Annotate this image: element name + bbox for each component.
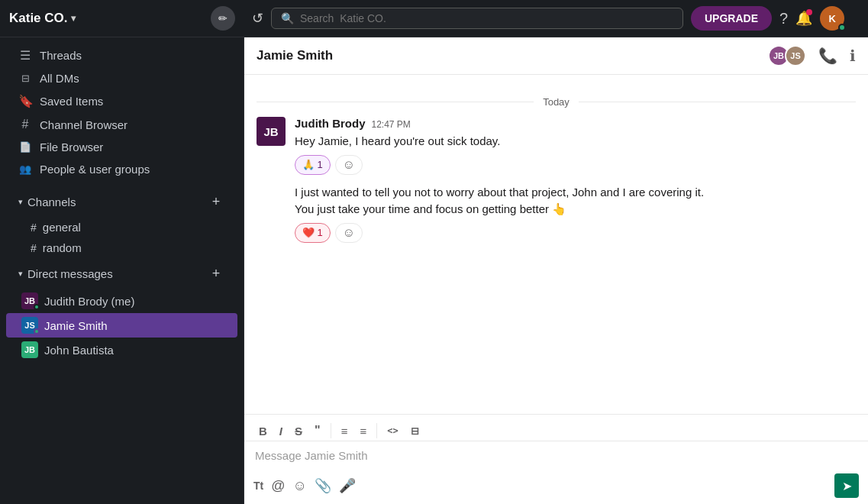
chat-header-right: JB JS 📞 ℹ [768, 45, 856, 66]
main-layout: ☰ Threads ⊟ All DMs 🔖 Saved Items # Chan… [0, 37, 868, 504]
channel-hash-icon-2: # [31, 242, 37, 254]
sidebar-item-people[interactable]: 👥 People & user groups [6, 158, 237, 180]
input-toolbar: B I S " ≡ ≡ <> ⊟ [244, 415, 868, 441]
chat-header-left: Jamie Smith [257, 48, 333, 63]
add-dm-button[interactable]: + [207, 264, 225, 283]
chat-avatar-jamie: JS [785, 45, 806, 66]
john-avatar: JB [21, 341, 38, 358]
search-bar[interactable]: 🔍 [271, 8, 683, 29]
send-button[interactable]: ➤ [834, 473, 859, 498]
block-quote-button[interactable]: ⊟ [405, 422, 424, 440]
add-channel-button[interactable]: + [207, 192, 225, 211]
history-button[interactable]: ↺ [252, 10, 263, 27]
saved-items-icon: 🔖 [18, 94, 32, 108]
mention-button[interactable]: @ [271, 478, 285, 494]
john-name: John Bautista [44, 344, 114, 357]
chat-area: Jamie Smith JB JS 📞 ℹ Today JB [244, 37, 868, 504]
judith-online-dot [34, 304, 40, 310]
file-browser-icon: 📄 [18, 141, 32, 153]
channels-section-header[interactable]: ▾ Channels + [6, 186, 237, 217]
dm-item-judith[interactable]: JB Judith Brody (me) [6, 289, 237, 313]
search-icon: 🔍 [281, 12, 294, 24]
help-button[interactable]: ? [779, 10, 788, 27]
dm-item-jamie[interactable]: JS Jamie Smith [6, 313, 237, 338]
top-bar: Katie CO. ▾ ✏ ↺ 🔍 UPGRADE ? 🔔 K [0, 0, 868, 37]
message-line-1: Hey Jamie, I heard you're out sick today… [295, 133, 856, 150]
channel-item-random[interactable]: # random [6, 237, 237, 258]
channel-hash-icon: # [31, 221, 37, 234]
text-format-button[interactable]: Tt [253, 480, 263, 492]
people-label: People & user groups [40, 163, 150, 176]
message-input-area: B I S " ≡ ≡ <> ⊟ Message Jamie Smith Tt … [244, 414, 868, 504]
chevron-down-icon: ▾ [71, 13, 76, 24]
reaction-pray[interactable]: 🙏 1 [295, 155, 331, 175]
input-bottom: Tt @ ☺ 📎 🎤 ➤ [244, 470, 868, 504]
emoji-button[interactable]: ☺ [293, 478, 307, 494]
add-reaction-button-1[interactable]: ☺ [335, 155, 363, 175]
upgrade-button[interactable]: UPGRADE [691, 6, 772, 31]
channel-item-general[interactable]: # general [6, 217, 237, 237]
message-line-2: I just wanted to tell you not to worry a… [295, 184, 856, 202]
top-bar-center: ↺ 🔍 UPGRADE ? 🔔 K [244, 6, 868, 31]
add-reaction-button-2[interactable]: ☺ [335, 223, 363, 243]
attach-button[interactable]: 📎 [315, 477, 331, 494]
dm-section-header[interactable]: ▾ Direct messages + [6, 258, 237, 289]
file-browser-label: File Browser [40, 141, 103, 153]
chat-header: Jamie Smith JB JS 📞 ℹ [244, 37, 868, 75]
date-divider: Today [257, 96, 856, 108]
message-author: Judith Brody [295, 117, 366, 130]
dm-section-left: ▾ Direct messages [18, 267, 113, 280]
jamie-avatar: JS [21, 317, 38, 334]
judith-name: Judith Brody (me) [44, 295, 134, 308]
user-avatar[interactable]: K [820, 6, 844, 31]
sidebar-item-all-dms[interactable]: ⊟ All DMs [6, 67, 237, 89]
channel-browser-icon: # [18, 118, 32, 131]
notification-button[interactable]: 🔔 [795, 10, 812, 27]
threads-label: Threads [40, 49, 82, 62]
input-placeholder: Message Jamie Smith [255, 449, 368, 462]
online-status-dot [838, 24, 846, 31]
chat-title: Jamie Smith [257, 48, 333, 63]
date-divider-line-right [579, 102, 856, 102]
date-divider-label: Today [534, 96, 579, 108]
message-header: Judith Brody 12:47 PM [295, 117, 856, 130]
reactions-group-2: ❤️ 1 ☺ [295, 223, 856, 243]
audio-button[interactable]: 🎤 [339, 477, 356, 494]
workspace-name: Katie CO. [9, 11, 68, 26]
workspace-title[interactable]: Katie CO. ▾ [9, 11, 76, 26]
code-button[interactable]: <> [382, 422, 403, 439]
quote-button[interactable]: " [309, 421, 326, 441]
reaction-heart[interactable]: ❤️ 1 [295, 223, 331, 243]
channels-chevron-icon: ▾ [18, 197, 23, 207]
chat-messages: Today JB Judith Brody 12:47 PM Hey Jamie… [244, 75, 868, 414]
sidebar-item-file-browser[interactable]: 📄 File Browser [6, 136, 237, 158]
send-icon: ➤ [842, 479, 852, 493]
sidebar-item-saved-items[interactable]: 🔖 Saved Items [6, 89, 237, 113]
all-dms-icon: ⊟ [18, 73, 32, 84]
message-line-3: You just take your time and focus on get… [295, 201, 856, 218]
sidebar-nav: ☰ Threads ⊟ All DMs 🔖 Saved Items # Chan… [0, 37, 244, 186]
sidebar-item-threads[interactable]: ☰ Threads [6, 44, 237, 67]
date-divider-line-left [257, 102, 534, 102]
channel-name-random: random [43, 241, 82, 254]
message-avatar: JB [257, 117, 286, 146]
edit-button[interactable]: ✏ [211, 6, 235, 31]
unordered-list-button[interactable]: ≡ [354, 422, 372, 441]
dm-section-label: Direct messages [27, 267, 113, 280]
search-input[interactable] [300, 12, 673, 24]
saved-items-label: Saved Items [40, 95, 103, 108]
sidebar-item-channel-browser[interactable]: # Channel Browser [6, 113, 237, 136]
workspace-header: Katie CO. ▾ ✏ [0, 6, 244, 31]
input-box[interactable]: Message Jamie Smith [244, 441, 868, 470]
channel-name-general: general [43, 221, 81, 234]
jamie-online-dot [34, 328, 40, 334]
judith-avatar: JB [21, 292, 38, 309]
bold-button[interactable]: B [253, 422, 273, 441]
call-button[interactable]: 📞 [818, 47, 837, 65]
sidebar: ☰ Threads ⊟ All DMs 🔖 Saved Items # Chan… [0, 37, 244, 504]
info-button[interactable]: ℹ [850, 47, 856, 65]
strikethrough-button[interactable]: S [289, 422, 308, 441]
italic-button[interactable]: I [274, 422, 288, 441]
dm-item-john[interactable]: JB John Bautista [6, 338, 237, 362]
ordered-list-button[interactable]: ≡ [336, 422, 353, 441]
